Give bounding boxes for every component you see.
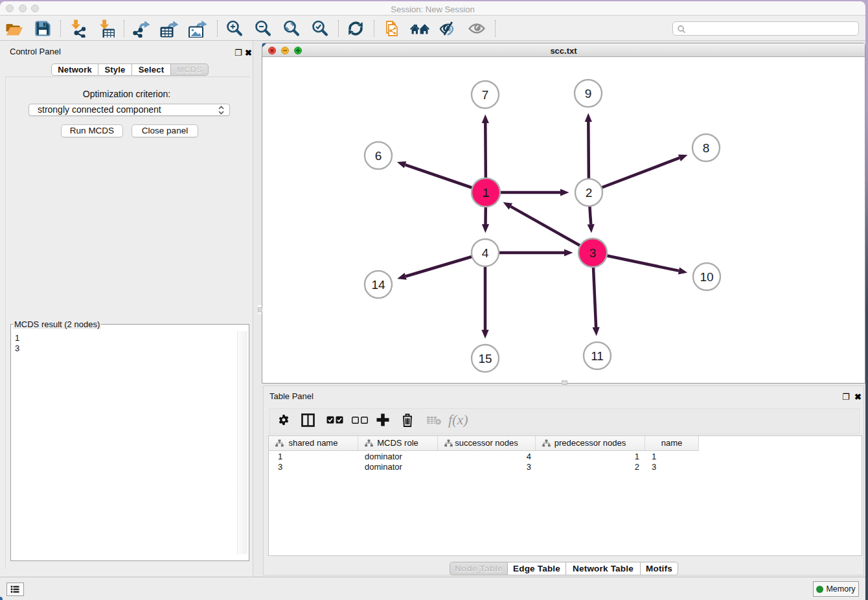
svg-text:8: 8 [703,141,710,155]
svg-text:14: 14 [371,278,385,292]
svg-text:4: 4 [482,246,489,260]
svg-text:7: 7 [482,88,489,102]
svg-text:2: 2 [586,186,593,200]
svg-text:11: 11 [591,349,604,363]
svg-text:6: 6 [375,149,382,163]
svg-text:9: 9 [585,87,592,100]
svg-text:10: 10 [700,270,713,284]
svg-text:3: 3 [589,246,597,260]
svg-text:1: 1 [483,186,490,200]
svg-text:15: 15 [478,352,492,365]
